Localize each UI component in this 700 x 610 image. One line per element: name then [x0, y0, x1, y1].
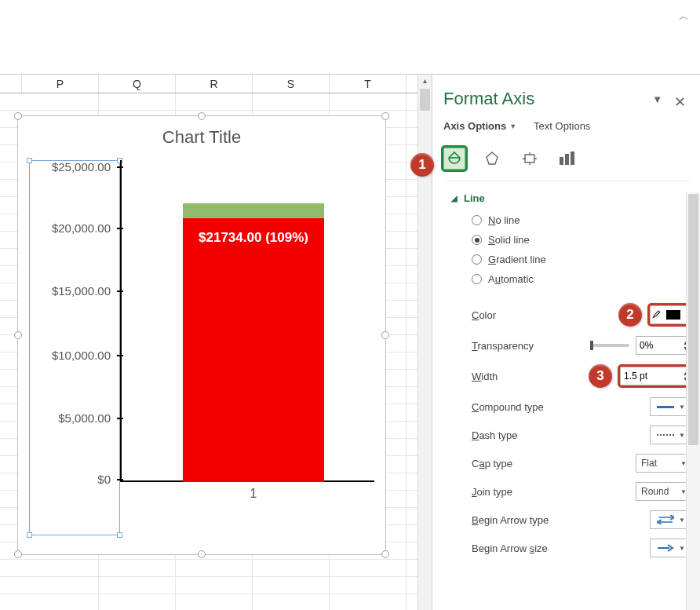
resize-handle[interactable] [14, 550, 22, 558]
width-input[interactable]: ▲▼ [620, 367, 692, 385]
axis-sel-handle[interactable] [117, 532, 122, 538]
effects-icon[interactable] [481, 148, 503, 170]
tab-label: Axis Options [443, 120, 506, 132]
annotation-callout-3: 3 [589, 364, 612, 388]
slider-thumb[interactable] [590, 341, 593, 350]
collapse-icon: ◢ [451, 194, 458, 203]
svg-rect-3 [565, 154, 569, 165]
prop-cap-type: Cap type Flat ▼ [451, 449, 692, 477]
tab-label: Text Options [534, 120, 590, 132]
axis-sel-handle[interactable] [27, 532, 32, 538]
prop-begin-arrow-type: Begin Arrow type ▼ [451, 506, 692, 534]
column-headers: P Q R S T [0, 75, 432, 93]
prop-begin-arrow-size: Begin Arrow size ▼ [451, 534, 692, 562]
resize-handle[interactable] [198, 112, 206, 120]
radio-solid-line[interactable]: Solid line [451, 230, 692, 250]
y-tick-label: $20,000.00 [52, 221, 111, 235]
chevron-down-icon: ▼ [509, 122, 516, 130]
radio-icon [472, 274, 482, 284]
y-tick [117, 166, 123, 168]
col-header[interactable]: P [22, 75, 99, 93]
transparency-value[interactable] [640, 340, 671, 351]
axis-options-icon[interactable] [556, 148, 578, 170]
annotation-callout-2: 2 [618, 303, 642, 327]
ribbon-collapse-icon[interactable]: ︿ [679, 9, 689, 24]
scroll-thumb[interactable] [420, 89, 430, 111]
pane-options-dropdown-icon[interactable]: ▼ [652, 93, 662, 105]
transparency-input[interactable]: ▲▼ [636, 336, 692, 355]
chart-bar-series1[interactable] [183, 218, 324, 482]
resize-handle[interactable] [381, 112, 389, 120]
col-header[interactable]: R [176, 75, 253, 93]
radio-label: Solid line [488, 234, 530, 246]
cap-type-select[interactable]: Flat ▼ [636, 454, 692, 473]
x-category-label: 1 [183, 487, 324, 501]
transparency-slider[interactable] [590, 344, 629, 347]
pane-scroll-thumb[interactable] [688, 194, 698, 445]
width-value[interactable] [624, 371, 668, 382]
y-tick [117, 228, 123, 229]
format-axis-pane: Format Axis ▼ ✕ Axis Options ▼ Text Opti… [432, 75, 700, 610]
join-type-select[interactable]: Round ▼ [636, 482, 692, 501]
col-header[interactable]: S [253, 75, 330, 93]
color-swatch [666, 310, 681, 320]
y-tick-label: $10,000.00 [52, 349, 111, 362]
annotation-callout-1: 1 [410, 153, 434, 177]
tab-axis-options[interactable]: Axis Options ▼ [443, 120, 516, 132]
y-tick [117, 418, 123, 419]
radio-icon [472, 254, 482, 265]
radio-label: Gradient line [488, 254, 546, 265]
chart-data-label[interactable]: $21734.00 (109%) [183, 229, 324, 247]
col-header[interactable]: Q [99, 75, 176, 93]
y-tick-label: $5,000.00 [58, 411, 111, 425]
svg-rect-2 [560, 157, 563, 165]
section-title: Line [464, 192, 485, 204]
resize-handle[interactable] [381, 331, 389, 339]
pane-close-icon[interactable]: ✕ [674, 93, 686, 111]
join-type-value: Round [641, 486, 669, 497]
y-axis-line [120, 160, 122, 482]
y-tick-label: $25,000.00 [52, 160, 111, 174]
radio-label: No line [488, 214, 520, 226]
fill-line-icon[interactable] [443, 148, 465, 170]
radio-label: Automatic [488, 273, 534, 285]
line-preview-icon [657, 406, 674, 408]
cap-type-value: Flat [641, 458, 657, 469]
svg-rect-1 [525, 155, 534, 163]
y-tick [117, 355, 123, 356]
radio-gradient-line[interactable]: Gradient line [451, 250, 692, 269]
resize-handle[interactable] [198, 550, 206, 558]
radio-no-line[interactable]: No line [451, 210, 692, 230]
ribbon-area: ︿ [0, 0, 700, 75]
prop-join-type: Join type Round ▼ [451, 477, 692, 506]
pane-scrollbar[interactable] [686, 192, 700, 610]
radio-icon [472, 215, 482, 225]
section-header-line[interactable]: ◢ Line [451, 186, 692, 210]
option-tabs: Axis Options ▼ Text Options [443, 120, 692, 132]
y-tick-label: $15,000.00 [52, 284, 111, 298]
embedded-chart[interactable]: Chart Title $25,000.00 $20,000.00 $15,00… [17, 115, 386, 555]
y-tick-label: $0 [97, 472, 111, 485]
resize-handle[interactable] [381, 550, 389, 558]
worksheet[interactable]: P Q R S T Chart Title [0, 75, 432, 610]
radio-icon [472, 235, 482, 245]
svg-rect-4 [571, 152, 574, 165]
category-icon-row [443, 143, 692, 181]
prop-width: Width 3 ▲▼ [451, 360, 692, 393]
resize-handle[interactable] [14, 112, 22, 120]
plot-area[interactable]: $25,000.00 $20,000.00 $15,000.00 $10,000… [29, 160, 374, 535]
tab-text-options[interactable]: Text Options [534, 120, 590, 132]
line-section: ◢ Line No line Solid line Gradient line … [443, 181, 692, 565]
resize-handle[interactable] [14, 331, 22, 339]
radio-automatic[interactable]: Automatic [451, 269, 692, 289]
line-preview-icon [657, 434, 674, 436]
y-axis-labels: $25,000.00 $20,000.00 $15,000.00 $10,000… [29, 160, 115, 482]
main-area: P Q R S T Chart Title [0, 75, 700, 610]
col-header[interactable]: T [330, 75, 407, 93]
prop-dash-type: Dash type ▼ [451, 421, 692, 449]
prop-compound-type: Compound type ▼ [451, 393, 692, 421]
row-header-gutter [0, 75, 22, 93]
scroll-up-button[interactable]: ▴ [418, 75, 432, 89]
chart-title[interactable]: Chart Title [18, 116, 385, 154]
size-properties-icon[interactable] [519, 148, 541, 170]
